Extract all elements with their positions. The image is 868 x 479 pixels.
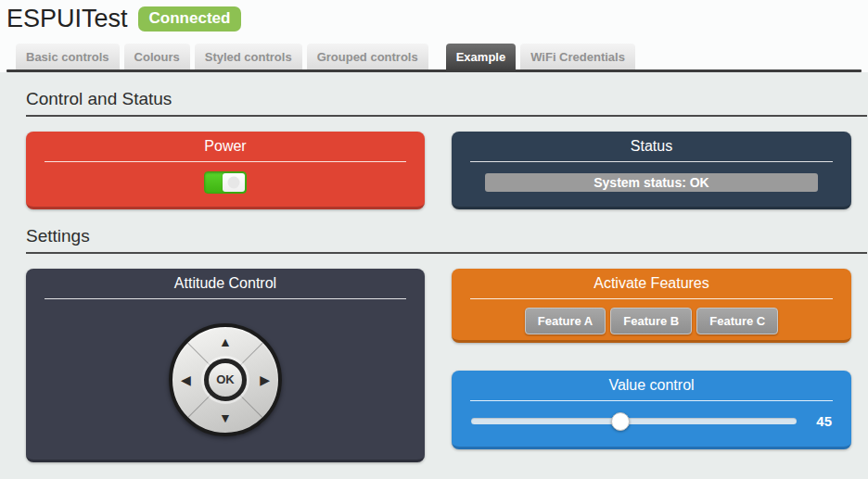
- row-settings: Attitude Control ▲ ▼ ◀ ▶ OK Activate: [26, 269, 851, 462]
- value-slider-knob[interactable]: [611, 412, 630, 431]
- system-status-label: System status: OK: [485, 173, 818, 192]
- attitude-panel: Attitude Control ▲ ▼ ◀ ▶ OK: [26, 269, 425, 462]
- main-content: Control and Status Power Status System s…: [0, 89, 868, 462]
- power-panel-body: [26, 162, 425, 207]
- app-title: ESPUITest: [6, 5, 128, 33]
- power-toggle[interactable]: [204, 171, 247, 194]
- tab-styled-controls[interactable]: Styled controls: [195, 44, 302, 69]
- value-panel-title: Value control: [452, 371, 851, 394]
- value-slider-track[interactable]: [471, 418, 797, 424]
- row-control-status: Power Status System status: OK: [26, 132, 851, 209]
- attitude-panel-title: Attitude Control: [26, 269, 425, 292]
- status-panel: Status System status: OK: [452, 132, 851, 209]
- settings-right-column: Activate Features Feature A Feature B Fe…: [452, 269, 851, 462]
- section-title-settings: Settings: [26, 226, 868, 246]
- tab-underline: [6, 69, 862, 72]
- feature-a-button[interactable]: Feature A: [525, 308, 606, 334]
- section-rule: [26, 252, 867, 254]
- power-panel-title: Power: [26, 132, 425, 155]
- feature-c-button[interactable]: Feature C: [696, 308, 778, 334]
- app-header: ESPUITest Connected: [0, 0, 868, 35]
- features-panel-body: Feature A Feature B Feature C: [452, 299, 851, 340]
- dpad-up-arrow-icon[interactable]: ▲: [219, 335, 232, 348]
- tab-grouped-controls[interactable]: Grouped controls: [307, 44, 428, 69]
- value-slider-value: 45: [808, 413, 832, 429]
- dpad-ok-button[interactable]: OK: [204, 359, 247, 401]
- value-slider-row: 45: [452, 401, 851, 429]
- power-toggle-knob[interactable]: [223, 173, 245, 192]
- tab-example[interactable]: Example: [446, 44, 516, 69]
- dpad-down-arrow-icon[interactable]: ▼: [219, 411, 232, 424]
- attitude-panel-body: ▲ ▼ ◀ ▶ OK: [26, 299, 425, 460]
- dpad-left-arrow-icon[interactable]: ◀: [181, 373, 191, 386]
- tab-wifi-credentials[interactable]: WiFi Credentials: [520, 44, 635, 69]
- panel-title-rule: [470, 161, 833, 162]
- features-panel: Activate Features Feature A Feature B Fe…: [452, 269, 851, 343]
- tab-colours[interactable]: Colours: [124, 44, 190, 69]
- power-panel: Power: [26, 132, 425, 209]
- section-title-control-and-status: Control and Status: [26, 89, 868, 109]
- features-panel-title: Activate Features: [452, 269, 851, 292]
- dpad-control[interactable]: ▲ ▼ ◀ ▶ OK: [169, 323, 282, 436]
- tab-basic-controls[interactable]: Basic controls: [16, 44, 120, 69]
- connection-status-badge: Connected: [138, 6, 242, 32]
- header-zone: ESPUITest Connected Basic controls Colou…: [0, 0, 868, 72]
- section-rule: [26, 115, 867, 117]
- dpad-right-arrow-icon[interactable]: ▶: [260, 373, 270, 386]
- status-panel-title: Status: [452, 132, 851, 155]
- tab-bar: Basic controls Colours Styled controls G…: [0, 35, 868, 69]
- feature-b-button[interactable]: Feature B: [610, 308, 692, 334]
- value-control-panel: Value control 45: [452, 371, 851, 449]
